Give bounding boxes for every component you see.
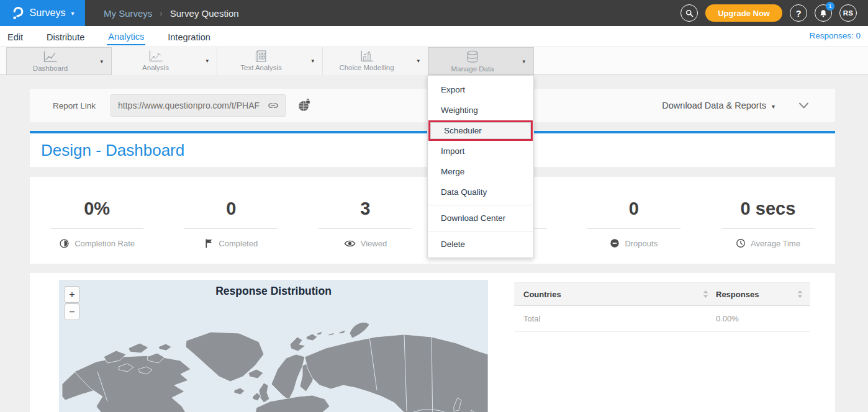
eye-icon: [344, 239, 356, 248]
dashboard-chart-icon: [42, 50, 58, 64]
nav-item-analytics[interactable]: Analytics: [107, 28, 145, 45]
search-icon: [685, 9, 694, 18]
tab-dashboard-label: Dashboard: [33, 65, 68, 72]
menu-item-delete[interactable]: Delete: [428, 234, 533, 254]
stat-viewed: 3 Viewed: [298, 177, 432, 264]
questionpro-logo-icon: [11, 6, 24, 20]
tab-manage-data-label: Manage Data: [451, 65, 494, 73]
menu-item-data-quality[interactable]: Data Quality: [428, 182, 533, 202]
map-zoom-out-button[interactable]: −: [65, 303, 79, 320]
menu-item-weighting[interactable]: Weighting: [428, 100, 533, 120]
stat-value: 0: [164, 200, 298, 218]
stat-average-time: 0 secs Average Time: [701, 177, 835, 264]
breadcrumb-current: Survey Question: [170, 8, 239, 19]
chevron-down-icon[interactable]: ▾: [311, 58, 314, 64]
divider: [184, 228, 278, 229]
notifications-button[interactable]: 1: [815, 4, 832, 22]
table-header-row: Countries Responses: [514, 282, 810, 306]
sort-icon[interactable]: [797, 290, 803, 298]
tab-analysis-label: Analysis: [142, 64, 169, 71]
download-group: Download Data & Reports▾: [662, 101, 809, 110]
globe-lock-icon[interactable]: [297, 98, 312, 113]
responses-total-cell: 0.00%: [716, 314, 739, 323]
product-name: Surveys: [30, 7, 66, 19]
analysis-chart-icon: [148, 49, 164, 63]
page-title: Design - Dashboard: [41, 141, 184, 160]
nav-item-edit[interactable]: Edit: [6, 29, 24, 45]
minus-circle-icon: [610, 238, 620, 248]
stat-value: 0%: [30, 200, 164, 218]
report-url-value[interactable]: https://www.questionpro.com/t/PHAF: [118, 101, 266, 110]
world-map[interactable]: Response Distribution + −: [59, 280, 488, 412]
nav-item-distribute[interactable]: Distribute: [45, 29, 86, 45]
avatar[interactable]: RS: [839, 4, 857, 22]
menu-item-scheduler[interactable]: Scheduler: [430, 122, 531, 139]
tab-text-analysis[interactable]: Text Analysis ▾: [217, 47, 323, 75]
scheduler-highlight-box: Scheduler: [428, 120, 533, 141]
analytics-toolbar: Dashboard ▾ Analysis ▾ Text Analysis ▾ C…: [0, 47, 868, 75]
manage-data-menu: Export Weighting Scheduler Import Merge …: [427, 75, 534, 258]
response-distribution-panel: Response Distribution + −: [30, 273, 835, 412]
column-header-responses[interactable]: Responses: [716, 290, 759, 299]
tab-text-analysis-label: Text Analysis: [240, 64, 281, 71]
table-row: Total 0.00%: [514, 306, 810, 332]
report-url-field[interactable]: https://www.questionpro.com/t/PHAF: [111, 94, 286, 117]
column-header-countries[interactable]: Countries: [523, 290, 561, 299]
stat-completed: 0 Completed: [164, 177, 298, 264]
tab-choice-modelling[interactable]: Choice Modelling ▾: [323, 47, 428, 75]
topbar-actions: Upgrade Now ? 1 RS: [680, 4, 868, 22]
stat-label: Average Time: [751, 239, 800, 248]
map-zoom-in-button[interactable]: +: [65, 286, 79, 303]
chevron-down-icon[interactable]: ▾: [206, 58, 209, 64]
stat-label: Viewed: [361, 239, 387, 248]
stat-label: Dropouts: [625, 239, 658, 248]
tab-analysis[interactable]: Analysis ▾: [112, 47, 217, 75]
choice-modelling-chart-icon: [359, 49, 375, 63]
notification-badge: 1: [826, 2, 834, 11]
stat-value: 3: [298, 200, 432, 218]
breadcrumb: My Surveys › Survey Question: [104, 8, 239, 19]
clock-icon: [736, 238, 746, 248]
stat-dropouts: 0 Dropouts: [567, 177, 701, 264]
divider: [50, 228, 143, 229]
database-icon: [465, 50, 480, 65]
surveys-menu-button[interactable]: Surveys ▾: [0, 0, 85, 26]
divider: [319, 228, 412, 229]
stat-label: Completion Rate: [75, 239, 135, 248]
tab-choice-modelling-label: Choice Modelling: [339, 64, 394, 71]
divider: [587, 228, 680, 229]
sort-icon[interactable]: [703, 290, 708, 298]
stat-label: Completed: [219, 239, 258, 248]
menu-divider: [428, 231, 533, 231]
stat-value: 0 secs: [701, 200, 835, 218]
menu-divider: [428, 205, 533, 205]
map-title: Response Distribution: [59, 285, 488, 298]
menu-item-export[interactable]: Export: [428, 79, 533, 100]
tab-manage-data[interactable]: Manage Data ▾: [428, 47, 534, 75]
divider: [721, 228, 815, 229]
nav-item-integration[interactable]: Integration: [166, 29, 212, 45]
top-bar: Surveys ▾ My Surveys › Survey Question U…: [0, 0, 868, 26]
text-analysis-document-icon: [254, 49, 269, 63]
link-icon[interactable]: [266, 99, 280, 112]
search-button[interactable]: [680, 4, 698, 22]
responses-count: Responses: 0: [809, 31, 861, 40]
collapse-chevron-icon[interactable]: [798, 102, 809, 109]
question-mark-icon: ?: [795, 8, 801, 19]
chevron-down-icon[interactable]: ▾: [100, 58, 103, 65]
download-data-reports-dropdown[interactable]: Download Data & Reports▾: [662, 101, 775, 110]
chevron-down-icon[interactable]: ▾: [417, 58, 420, 64]
menu-item-merge[interactable]: Merge: [428, 161, 533, 182]
tab-dashboard[interactable]: Dashboard ▾: [6, 47, 112, 75]
menu-item-import[interactable]: Import: [428, 141, 533, 161]
chevron-down-icon: ▾: [772, 103, 775, 110]
report-link-label: Report Link: [53, 101, 96, 110]
upgrade-now-button[interactable]: Upgrade Now: [705, 4, 782, 22]
menu-item-download-center[interactable]: Download Center: [428, 208, 533, 228]
total-cell: Total: [523, 314, 540, 323]
flag-icon: [204, 238, 214, 249]
help-button[interactable]: ?: [790, 4, 807, 22]
breadcrumb-my-surveys[interactable]: My Surveys: [104, 8, 152, 19]
chevron-down-icon[interactable]: ▾: [522, 58, 525, 65]
completion-rate-icon: [59, 238, 70, 249]
